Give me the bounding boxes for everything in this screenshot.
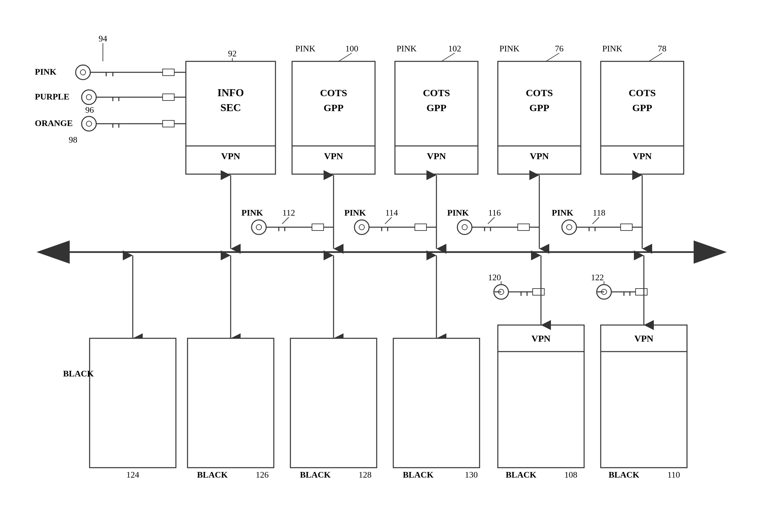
svg-text:SEC: SEC <box>220 101 241 113</box>
svg-text:PINK: PINK <box>397 44 417 54</box>
svg-text:GPP: GPP <box>529 102 549 113</box>
svg-rect-74 <box>163 120 174 127</box>
diagram: INFO SEC VPN 92 COTS GPP VPN PINK 100 CO… <box>0 0 764 532</box>
svg-text:PINK: PINK <box>602 44 623 54</box>
svg-rect-57 <box>163 69 174 75</box>
svg-rect-154 <box>533 289 544 295</box>
svg-point-82 <box>256 224 262 230</box>
svg-text:116: 116 <box>488 208 501 217</box>
svg-text:VPN: VPN <box>221 151 240 161</box>
svg-text:INFO: INFO <box>217 86 244 98</box>
svg-text:98: 98 <box>69 135 77 145</box>
svg-text:96: 96 <box>85 105 94 115</box>
svg-text:114: 114 <box>385 208 398 217</box>
svg-point-69 <box>86 121 92 126</box>
svg-rect-125 <box>90 338 176 467</box>
svg-rect-107 <box>518 224 529 230</box>
svg-line-23 <box>338 53 352 62</box>
svg-text:BLACK: BLACK <box>403 470 434 479</box>
svg-text:COTS: COTS <box>423 87 450 98</box>
svg-point-92 <box>359 224 364 230</box>
svg-text:PINK: PINK <box>242 208 264 217</box>
svg-text:120: 120 <box>488 273 501 282</box>
svg-text:PINK: PINK <box>295 44 316 54</box>
svg-text:PINK: PINK <box>344 208 366 217</box>
svg-text:COTS: COTS <box>526 87 553 98</box>
svg-text:BLACK: BLACK <box>197 470 228 479</box>
svg-text:108: 108 <box>565 470 577 479</box>
svg-text:VPN: VPN <box>324 151 343 161</box>
svg-text:112: 112 <box>283 208 295 217</box>
svg-text:102: 102 <box>448 44 461 54</box>
svg-text:92: 92 <box>228 49 237 59</box>
svg-line-47 <box>649 53 662 62</box>
svg-text:PURPLE: PURPLE <box>35 92 69 101</box>
svg-text:PINK: PINK <box>552 208 574 217</box>
svg-rect-135 <box>393 338 479 467</box>
svg-rect-165 <box>636 289 647 295</box>
svg-text:118: 118 <box>593 208 605 217</box>
svg-point-52 <box>80 69 86 75</box>
svg-rect-87 <box>312 224 323 230</box>
svg-text:BLACK: BLACK <box>609 470 640 479</box>
svg-text:94: 94 <box>98 34 107 44</box>
svg-text:BLACK: BLACK <box>506 470 537 479</box>
svg-rect-132 <box>290 338 377 467</box>
svg-text:PINK: PINK <box>35 67 57 76</box>
svg-rect-65 <box>163 94 174 100</box>
svg-text:COTS: COTS <box>629 87 656 98</box>
svg-text:BLACK: BLACK <box>63 369 94 378</box>
svg-rect-97 <box>415 224 427 230</box>
svg-text:GPP: GPP <box>632 102 652 113</box>
svg-text:PINK: PINK <box>447 208 469 217</box>
svg-point-112 <box>567 224 572 230</box>
svg-text:VPN: VPN <box>530 151 549 161</box>
svg-text:126: 126 <box>256 470 269 479</box>
svg-point-60 <box>86 94 92 100</box>
svg-text:ORANGE: ORANGE <box>35 118 73 128</box>
svg-text:VPN: VPN <box>633 151 652 161</box>
svg-rect-143 <box>601 325 687 467</box>
svg-text:VPN: VPN <box>531 333 551 343</box>
svg-line-31 <box>442 53 455 62</box>
svg-line-100 <box>385 217 392 224</box>
svg-text:BLACK: BLACK <box>300 470 331 479</box>
svg-line-110 <box>488 217 494 224</box>
svg-point-102 <box>462 224 467 230</box>
svg-rect-138 <box>498 325 584 467</box>
svg-text:GPP: GPP <box>323 102 343 113</box>
svg-rect-117 <box>621 224 632 230</box>
svg-text:PINK: PINK <box>499 44 520 54</box>
svg-rect-129 <box>188 338 274 467</box>
svg-text:110: 110 <box>668 470 680 479</box>
svg-text:GPP: GPP <box>427 102 446 113</box>
svg-line-90 <box>282 217 289 224</box>
svg-text:130: 130 <box>465 470 478 479</box>
svg-text:124: 124 <box>126 470 139 479</box>
svg-text:VPN: VPN <box>427 151 446 161</box>
svg-line-120 <box>592 217 599 224</box>
svg-text:COTS: COTS <box>320 87 347 98</box>
svg-text:128: 128 <box>359 470 372 479</box>
svg-text:100: 100 <box>345 44 358 54</box>
svg-text:78: 78 <box>658 44 667 54</box>
svg-text:VPN: VPN <box>634 333 654 343</box>
svg-text:122: 122 <box>591 273 604 282</box>
svg-text:76: 76 <box>555 44 564 54</box>
svg-line-39 <box>546 53 559 62</box>
